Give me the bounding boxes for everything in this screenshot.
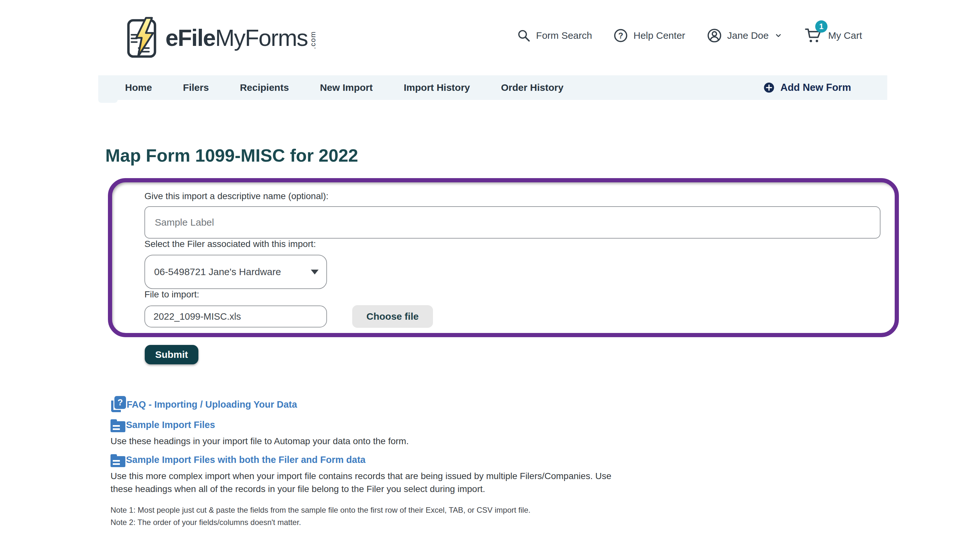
nav-item-recipients[interactable]: Recipients [240,82,289,93]
add-new-form-button[interactable]: Add New Form [764,82,851,94]
file-name-field[interactable]: 2022_1099-MISC.xls [145,306,327,328]
sample-import-files-full-label: Sample Import Files with both the Filer … [126,455,366,465]
choose-file-button[interactable]: Choose file [352,305,433,328]
nav-item-new-import[interactable]: New Import [320,82,372,93]
plus-circle-icon [764,82,775,93]
main-content: Map Form 1099-MISC for 2022 Give this im… [0,145,980,528]
folder-icon [110,419,126,432]
select-caret-icon [311,270,318,274]
chevron-down-icon [774,32,783,40]
my-cart-menu-item[interactable]: 1 My Cart [804,27,862,44]
note-2: Note 2: The order of your fields/columns… [110,516,980,528]
folder-icon [110,454,126,467]
cart-count-badge: 1 [815,21,827,33]
logo-lightning-document-icon [126,16,162,59]
form-search-menu-item[interactable]: Form Search [517,29,592,43]
notes-section: Note 1: Most people just cut & paste the… [110,504,980,528]
nav-item-filers[interactable]: Filers [183,82,209,93]
my-cart-label: My Cart [828,30,862,41]
faq-link-label: FAQ - Importing / Uploading Your Data [127,399,297,410]
import-name-label: Give this import a descriptive name (opt… [145,191,329,201]
sample-import-files-description: Use these headings in your import file t… [110,435,621,448]
faq-document-question-icon: ? [110,396,126,413]
account-icon [706,28,722,43]
help-links-section: ? FAQ - Importing / Uploading Your Data … [110,396,980,528]
help-center-label: Help Center [633,30,685,41]
main-nav: Home Filers Recipients New Import Import… [98,75,887,100]
file-name-value: 2022_1099-MISC.xls [153,311,241,322]
sample-import-files-full-link[interactable]: Sample Import Files with both the Filer … [110,452,980,467]
page-title: Map Form 1099-MISC for 2022 [105,145,980,166]
account-menu-item[interactable]: Jane Doe [706,28,783,43]
logo[interactable]: eFile MyForms .com [126,16,317,59]
file-row: 2022_1099-MISC.xls Choose file [145,305,880,328]
logo-word-regular: MyForms [215,25,308,51]
help-center-menu-item[interactable]: ? Help Center [613,28,685,43]
import-form-panel: Give this import a descriptive name (opt… [108,178,899,337]
add-new-form-label: Add New Form [780,82,851,94]
header-menu: Form Search ? Help Center [517,27,862,44]
filer-select-label: Select the Filer associated with this im… [145,239,316,249]
faq-link[interactable]: ? FAQ - Importing / Uploading Your Data [110,396,980,413]
cart-icon: 1 [804,27,823,44]
sample-import-files-link[interactable]: Sample Import Files [110,417,980,432]
logo-text: eFile MyForms .com [165,25,317,51]
page: eFile MyForms .com Form Search [0,0,980,546]
file-to-import-label: File to import: [145,289,199,299]
logo-word-bold: eFile [165,25,215,51]
filer-select-value: 06-5498721 Jane's Hardware [154,266,281,277]
filer-select[interactable]: 06-5498721 Jane's Hardware [145,255,327,289]
search-icon [517,29,531,43]
svg-text:?: ? [619,31,623,40]
nav-item-order-history[interactable]: Order History [501,82,563,93]
account-name-label: Jane Doe [727,30,769,41]
nav-item-home[interactable]: Home [125,82,152,93]
form-search-label: Form Search [536,30,592,41]
import-name-input[interactable] [145,206,880,239]
help-icon: ? [613,28,628,43]
header: eFile MyForms .com Form Search [0,0,980,75]
logo-suffix: .com [309,31,317,49]
sample-import-files-full-description: Use this more complex import when your i… [110,470,621,495]
sample-import-files-label: Sample Import Files [126,420,215,430]
note-1: Note 1: Most people just cut & paste the… [110,504,980,516]
submit-button[interactable]: Submit [145,345,198,365]
nav-item-import-history[interactable]: Import History [404,82,470,93]
